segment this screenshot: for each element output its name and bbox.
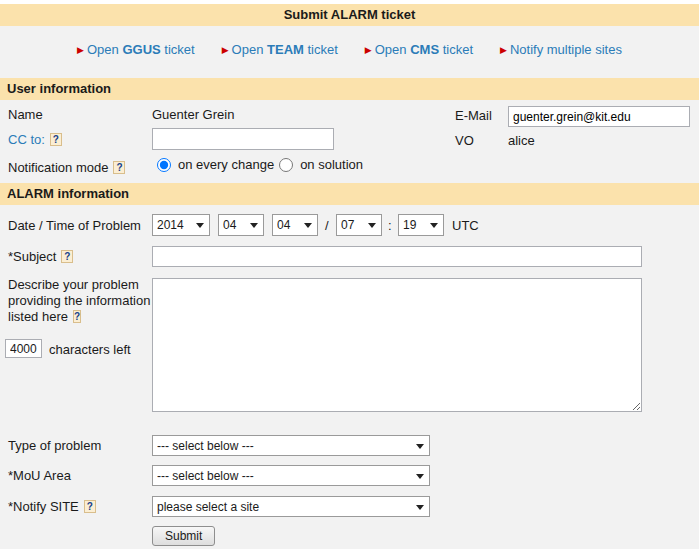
link-text-bold: GGUS	[122, 42, 160, 57]
notification-mode-label: Notification mode	[8, 160, 108, 175]
link-text-bold: TEAM	[267, 42, 304, 57]
page-title: Submit ALARM ticket	[0, 4, 699, 26]
hour-select[interactable]: 07	[336, 214, 382, 236]
type-of-problem-label: Type of problem	[8, 438, 101, 453]
describe-label-line2: providing the information	[8, 293, 153, 309]
radio-on-every-change[interactable]	[157, 158, 171, 172]
vo-label: VO	[455, 133, 474, 148]
ticket-links-row: ▶Open GGUS ticket ▶Open TEAM ticket ▶Ope…	[0, 42, 699, 57]
open-ggus-ticket-link[interactable]: ▶Open GGUS ticket	[77, 42, 195, 57]
link-text: ticket	[304, 42, 338, 57]
radio-on-solution[interactable]	[279, 158, 293, 172]
link-text: Notify multiple sites	[510, 42, 622, 57]
time-separator: :	[388, 218, 392, 233]
red-arrow-icon: ▶	[365, 45, 372, 55]
radio-on-solution-label: on solution	[300, 157, 363, 172]
link-text-bold: CMS	[410, 42, 439, 57]
type-of-problem-select[interactable]: --- select below ---	[152, 435, 430, 456]
characters-left-counter	[5, 339, 42, 358]
mou-area-label: *MoU Area	[8, 468, 71, 483]
timezone-label: UTC	[452, 218, 479, 233]
name-value: Guenter Grein	[152, 107, 234, 122]
notify-site-help-icon[interactable]: ?	[84, 500, 96, 513]
cc-help-icon[interactable]: ?	[50, 133, 62, 146]
characters-left-label: characters left	[49, 342, 131, 357]
notify-multiple-sites-link[interactable]: ▶Notify multiple sites	[500, 42, 622, 57]
subject-input[interactable]	[152, 246, 642, 267]
submit-alarm-ticket-page: Submit ALARM ticket ▶Open GGUS ticket ▶O…	[0, 0, 699, 549]
cc-to-link[interactable]: CC to:	[8, 132, 45, 147]
notification-mode-options: on every change on solution	[157, 157, 363, 172]
notify-site-label: *Notify SITE	[8, 499, 79, 514]
mou-area-select[interactable]: --- select below ---	[152, 465, 430, 486]
date-separator: /	[325, 218, 329, 233]
describe-label-line1: Describe your problem	[8, 277, 153, 293]
describe-problem-label: Describe your problem providing the info…	[8, 277, 153, 325]
vo-value: alice	[508, 133, 535, 148]
year-select[interactable]: 2014	[152, 214, 210, 236]
link-text: ticket	[161, 42, 195, 57]
date-time-label: Date / Time of Problem	[8, 218, 141, 233]
radio-on-every-change-label: on every change	[178, 157, 274, 172]
link-text: ticket	[439, 42, 473, 57]
email-label: E-Mail	[455, 108, 492, 123]
describe-problem-textarea[interactable]	[152, 278, 642, 412]
link-text: Open	[375, 42, 410, 57]
user-information-header: User information	[0, 78, 699, 100]
link-text: Open	[232, 42, 267, 57]
cc-input[interactable]	[152, 128, 334, 150]
describe-help-icon[interactable]: ?	[73, 310, 81, 323]
open-team-ticket-link[interactable]: ▶Open TEAM ticket	[222, 42, 338, 57]
open-cms-ticket-link[interactable]: ▶Open CMS ticket	[365, 42, 473, 57]
name-label: Name	[8, 107, 43, 122]
red-arrow-icon: ▶	[500, 45, 507, 55]
subject-label: *Subject	[8, 249, 56, 264]
month-select[interactable]: 04	[218, 214, 264, 236]
submit-button[interactable]: Submit	[152, 526, 215, 546]
notification-mode-help-icon[interactable]: ?	[113, 161, 125, 174]
red-arrow-icon: ▶	[222, 45, 229, 55]
minute-select[interactable]: 19	[398, 214, 444, 236]
describe-label-line3: listed here	[8, 309, 68, 324]
link-text: Open	[87, 42, 122, 57]
alarm-information-header: ALARM information	[0, 183, 699, 205]
subject-help-icon[interactable]: ?	[61, 250, 73, 263]
email-input[interactable]	[508, 106, 690, 127]
notify-site-select[interactable]: please select a site	[152, 496, 430, 517]
day-select[interactable]: 04	[272, 214, 318, 236]
red-arrow-icon: ▶	[77, 45, 84, 55]
